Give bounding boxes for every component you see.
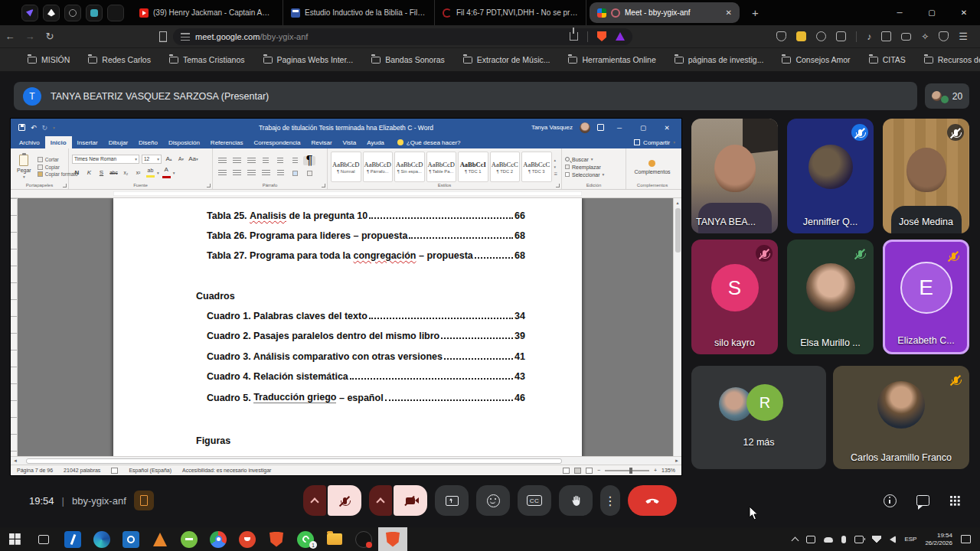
text-highlight-button[interactable]: ab▾ bbox=[145, 168, 159, 178]
bookmark-mision[interactable]: MISIÓN bbox=[28, 55, 70, 64]
more-options-button[interactable]: ⋮ bbox=[600, 485, 620, 516]
sort-button[interactable] bbox=[289, 156, 301, 165]
new-tab-button[interactable]: + bbox=[743, 6, 768, 19]
hidden-icons-chevron[interactable] bbox=[792, 536, 799, 544]
brave-shield-icon[interactable] bbox=[597, 31, 606, 41]
sidebar-icon[interactable] bbox=[881, 31, 891, 41]
start-button[interactable] bbox=[0, 527, 29, 551]
scroll-up-icon[interactable]: ▴ bbox=[676, 200, 678, 205]
taskbar-app-explorer[interactable] bbox=[320, 527, 349, 551]
change-case-button[interactable]: Aa▾ bbox=[188, 155, 198, 162]
word-restore-button[interactable]: ▢ bbox=[635, 124, 652, 132]
read-mode-icon[interactable] bbox=[563, 468, 570, 474]
scroll-right-icon[interactable]: ► bbox=[672, 458, 681, 463]
vertical-scrollbar[interactable]: ▴ bbox=[673, 198, 681, 456]
bookmark-temas-cristianos[interactable]: Temas Cristianos bbox=[169, 55, 245, 64]
tab-revisar[interactable]: Revisar bbox=[305, 136, 337, 148]
ribbon-display-options-icon[interactable] bbox=[597, 124, 604, 131]
bookmark-recursos-diseno[interactable]: Recursos de Diseño bbox=[924, 55, 980, 64]
taskbar-clock[interactable]: 19:5426/2/2026 bbox=[925, 532, 952, 547]
styles-gallery-scroll[interactable]: ▴▾☰ bbox=[554, 158, 558, 176]
extension-yellow-icon[interactable] bbox=[796, 31, 806, 41]
align-right-button[interactable] bbox=[245, 168, 257, 178]
reload-button[interactable]: ↻ bbox=[40, 31, 60, 42]
activities-grid-icon[interactable] bbox=[949, 495, 960, 506]
wifi-icon[interactable] bbox=[872, 536, 881, 543]
web-layout-icon[interactable] bbox=[586, 468, 593, 474]
vertical-ruler[interactable] bbox=[11, 198, 18, 456]
extension-round-icon[interactable] bbox=[816, 31, 826, 41]
style-table[interactable]: AaBbCcD¶ Table Pa... bbox=[426, 152, 457, 182]
bookmark-icon[interactable] bbox=[159, 31, 167, 41]
print-layout-icon[interactable] bbox=[574, 468, 581, 474]
tab-dibujar[interactable]: Dibujar bbox=[103, 136, 133, 148]
style-tdc3[interactable]: AaBbCcC¶ TDC 3 bbox=[521, 152, 552, 182]
present-screen-button[interactable] bbox=[435, 485, 469, 516]
participant-tile-elsa[interactable]: Elsa Murillo ... bbox=[787, 240, 874, 354]
workspace-icon-teal[interactable] bbox=[86, 5, 103, 21]
tab-disposicion[interactable]: Disposición bbox=[163, 136, 205, 148]
style-parrafo[interactable]: AaBbCcD¶ Párrafo... bbox=[363, 152, 394, 182]
zoom-in-icon[interactable]: + bbox=[654, 468, 657, 473]
language-indicator[interactable]: ESP bbox=[904, 536, 916, 543]
tab-diseno[interactable]: Diseño bbox=[133, 136, 163, 148]
strikethrough-button[interactable]: abc bbox=[109, 170, 119, 175]
borders-button[interactable] bbox=[303, 168, 315, 178]
word-close-button[interactable]: ✕ bbox=[658, 124, 675, 132]
tab-meet-active[interactable]: Meet - bby-ygix-anf ✕ bbox=[590, 2, 740, 23]
end-call-button[interactable] bbox=[628, 485, 677, 516]
extension-box-icon[interactable] bbox=[836, 31, 846, 41]
extension-shield-icon[interactable] bbox=[776, 31, 786, 41]
forward-button[interactable]: → bbox=[20, 31, 40, 42]
bookmark-extractor[interactable]: Extractor de Músic... bbox=[463, 55, 550, 64]
bookmark-paginas-webs[interactable]: Paginas Webs Inter... bbox=[263, 55, 354, 64]
paste-button[interactable]: Pegar▾ bbox=[14, 151, 34, 183]
shrink-font-button[interactable]: A▾ bbox=[176, 155, 186, 162]
workspace-icon-globe[interactable] bbox=[64, 5, 81, 21]
redo-icon[interactable]: ↻ bbox=[42, 124, 48, 132]
window-close-button[interactable]: ✕ bbox=[948, 8, 980, 17]
numbered-list-button[interactable] bbox=[230, 156, 243, 165]
raise-hand-button[interactable] bbox=[559, 485, 593, 516]
font-color-button[interactable]: A▾ bbox=[162, 166, 175, 180]
menu-icon[interactable]: ☰ bbox=[959, 31, 968, 42]
increase-indent-button[interactable] bbox=[274, 156, 286, 165]
tab-inicio[interactable]: Inicio bbox=[45, 136, 72, 148]
tab-vista[interactable]: Vista bbox=[338, 136, 362, 148]
back-button[interactable]: ← bbox=[0, 31, 20, 42]
window-maximize-button[interactable]: ▢ bbox=[916, 8, 948, 17]
notification-center-icon[interactable] bbox=[961, 535, 971, 543]
tell-me-box[interactable]: ¿Qué desea hacer? bbox=[407, 139, 461, 146]
proofing-icon[interactable] bbox=[111, 468, 118, 474]
share-icon[interactable] bbox=[570, 32, 578, 41]
zoom-level[interactable]: 135% bbox=[662, 468, 675, 473]
tab-close-icon[interactable]: ✕ bbox=[726, 8, 732, 17]
page-indicator[interactable]: Página 7 de 96 bbox=[17, 468, 53, 473]
accessibility-status[interactable]: Accesibilidad: es necesario investigar bbox=[182, 468, 271, 473]
workspace-icon-flame[interactable] bbox=[43, 5, 60, 21]
tab-archivo[interactable]: Archivo bbox=[14, 136, 45, 148]
vpn-shield-icon[interactable] bbox=[939, 31, 949, 41]
meeting-details-icon[interactable] bbox=[884, 494, 897, 507]
wallet-icon[interactable] bbox=[901, 33, 911, 41]
scrollbar-thumb[interactable] bbox=[675, 208, 681, 253]
language-indicator[interactable]: Español (España) bbox=[129, 468, 172, 473]
reactions-button[interactable] bbox=[476, 485, 510, 516]
qat-customize-icon[interactable]: ▾ bbox=[53, 126, 55, 130]
taskbar-app-whatsapp[interactable]: 1 bbox=[291, 527, 320, 551]
task-view-button[interactable] bbox=[29, 527, 58, 551]
participant-tile-silo[interactable]: S silo kayro bbox=[691, 240, 778, 354]
taskbar-app-reddit[interactable] bbox=[233, 527, 262, 551]
participant-tile-jenniffer[interactable]: Jenniffer Q... bbox=[787, 119, 874, 233]
align-left-button[interactable] bbox=[216, 168, 228, 178]
taskbar-app-vlc[interactable] bbox=[145, 527, 175, 551]
music-note-icon[interactable]: ♪ bbox=[867, 31, 871, 42]
find-button[interactable]: Buscar▾ bbox=[565, 157, 622, 162]
zoom-slider-thumb[interactable] bbox=[629, 468, 632, 474]
bookmark-citas[interactable]: CITAS bbox=[869, 55, 906, 64]
multilevel-list-button[interactable] bbox=[245, 156, 257, 165]
mic-muted-button[interactable] bbox=[328, 485, 361, 516]
style-tdc2[interactable]: AaBbCcC¶ TDC 2 bbox=[490, 152, 521, 182]
microphone-tray-icon[interactable] bbox=[841, 536, 846, 543]
taskbar-app-media[interactable] bbox=[349, 527, 378, 551]
